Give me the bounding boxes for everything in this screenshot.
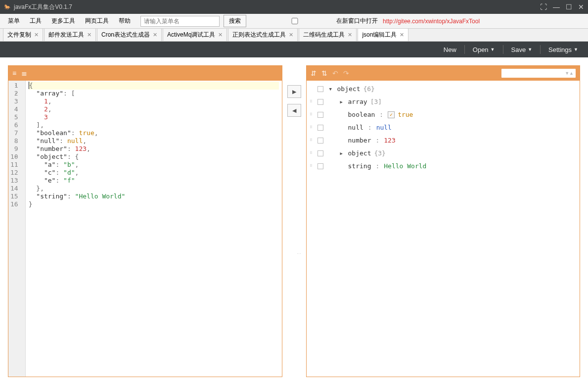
open-button[interactable]: Open▼: [468, 43, 500, 56]
code-line[interactable]: 1,: [29, 97, 279, 105]
expand-all-icon[interactable]: ⇵: [311, 69, 317, 77]
tree-key: string: [348, 161, 371, 171]
to-tree-button[interactable]: ▶: [287, 85, 301, 98]
code-line[interactable]: "c": "d",: [29, 169, 279, 177]
tab-0[interactable]: 文件复制✕: [3, 28, 43, 41]
tab-label: ActiveMq调试工具: [167, 31, 215, 39]
tab-close-icon[interactable]: ✕: [348, 32, 352, 38]
tree-key: object: [337, 84, 361, 94]
titlebar: 🐎 javaFx工具集合V0.1.7 ⛶ — ☐ ✕: [0, 0, 588, 14]
fold-icon[interactable]: ▾: [15, 153, 17, 161]
node-type-icon[interactable]: [317, 99, 323, 105]
expand-arrow-icon[interactable]: ▶: [340, 97, 345, 107]
drag-handle-icon[interactable]: ⠿: [310, 161, 315, 171]
code-line[interactable]: "e": "f": [29, 177, 279, 185]
menu-item-tools[interactable]: 工具: [26, 15, 45, 27]
code-line[interactable]: "null": null,: [29, 137, 279, 145]
collapse-all-icon[interactable]: ⇅: [321, 69, 327, 77]
maximize-icon[interactable]: ☐: [566, 3, 572, 11]
new-button[interactable]: New: [439, 43, 461, 56]
code-line[interactable]: "array": [: [29, 90, 279, 97]
code-line[interactable]: 3: [29, 113, 279, 121]
format-icon[interactable]: ≡: [12, 69, 16, 77]
tab-4[interactable]: 正则表达式生成工具✕: [228, 28, 298, 41]
code-editor-body[interactable]: 1▾2▾345678910▾111213141516 { "array": [ …: [8, 81, 282, 377]
tree-row[interactable]: ⠿string:Hello World: [310, 160, 577, 173]
code-line[interactable]: "boolean": true,: [29, 129, 279, 137]
code-line[interactable]: ],: [29, 121, 279, 129]
tree-row[interactable]: ⠿null:null: [310, 121, 577, 134]
tab-1[interactable]: 邮件发送工具✕: [44, 28, 96, 41]
undo-icon[interactable]: ↶: [332, 69, 338, 77]
node-type-icon[interactable]: [317, 150, 323, 156]
code-line[interactable]: }: [29, 200, 279, 208]
code-area[interactable]: { "array": [ 1, 2, 3 ], "boolean": true,…: [26, 81, 282, 377]
new-window-checkbox-input[interactable]: [255, 18, 334, 24]
tab-3[interactable]: ActiveMq调试工具✕: [163, 28, 227, 41]
tree-body[interactable]: ▼object {6}⠿▶array [3]⠿boolean:✓ true⠿nu…: [307, 81, 580, 377]
tab-label: 文件复制: [7, 31, 31, 39]
tab-close-icon[interactable]: ✕: [153, 32, 157, 38]
code-line[interactable]: "string": "Hello World": [29, 192, 279, 200]
node-type-icon[interactable]: [317, 163, 323, 169]
new-window-checkbox[interactable]: 在新窗口中打开: [251, 17, 378, 25]
tree-key: object: [348, 148, 371, 158]
tab-2[interactable]: Cron表达式生成器✕: [97, 28, 162, 41]
boolean-checkbox[interactable]: ✓: [388, 111, 395, 118]
tab-close-icon[interactable]: ✕: [289, 32, 293, 38]
expand-arrow-icon[interactable]: ▼: [329, 84, 334, 94]
tab-close-icon[interactable]: ✕: [218, 32, 223, 38]
code-line[interactable]: "a": "b",: [29, 161, 279, 169]
menu-item-web-tools[interactable]: 网页工具: [81, 15, 113, 27]
drag-handle-icon[interactable]: ⠿: [310, 136, 315, 145]
close-icon[interactable]: ✕: [578, 3, 584, 11]
code-line[interactable]: {: [29, 82, 279, 90]
minimize-icon[interactable]: —: [553, 3, 560, 11]
compact-icon[interactable]: ≣: [21, 69, 27, 77]
save-button[interactable]: Save▼: [506, 43, 538, 56]
node-type-icon[interactable]: [317, 138, 323, 144]
drag-handle-icon[interactable]: ⠿: [310, 123, 315, 133]
drag-handle-icon[interactable]: ⠿: [310, 97, 315, 107]
line-gutter: 1▾2▾345678910▾111213141516: [8, 81, 26, 377]
code-line[interactable]: },: [29, 185, 279, 192]
tab-5[interactable]: 二维码生成工具✕: [299, 28, 357, 41]
node-type-icon[interactable]: [317, 125, 323, 131]
fold-icon[interactable]: ▾: [15, 90, 17, 97]
code-line[interactable]: "object": {: [29, 153, 279, 161]
redo-icon[interactable]: ↷: [343, 69, 349, 77]
code-line[interactable]: "number": 123,: [29, 145, 279, 153]
tab-close-icon[interactable]: ✕: [87, 32, 91, 38]
menu-item-help[interactable]: 帮助: [115, 15, 135, 27]
resize-handle[interactable]: ⋮: [287, 251, 301, 256]
tree-row[interactable]: ⠿boolean:✓ true: [310, 108, 577, 121]
tab-6[interactable]: json编辑工具✕: [358, 28, 408, 41]
tab-close-icon[interactable]: ✕: [34, 32, 39, 38]
project-link[interactable]: http://gitee.com/xwintop/xJavaFxTool: [383, 18, 480, 25]
drag-handle-icon[interactable]: ⠿: [310, 110, 315, 120]
to-code-button[interactable]: ◀: [287, 104, 301, 117]
menu-search-input[interactable]: [140, 16, 220, 27]
workspace: ≡ ≣ 1▾2▾345678910▾111213141516 { "array"…: [0, 57, 588, 385]
drag-handle-icon[interactable]: ⠿: [310, 148, 315, 158]
tree-row[interactable]: ⠿▶object {3}: [310, 147, 577, 160]
expand-arrow-icon[interactable]: ▶: [340, 148, 345, 158]
expand-icon[interactable]: ⛶: [540, 3, 547, 11]
tree-value[interactable]: null: [376, 123, 392, 133]
tree-row[interactable]: ⠿number:123: [310, 134, 577, 147]
menu-item-menu[interactable]: 菜单: [4, 15, 24, 27]
tree-value[interactable]: true: [398, 110, 413, 120]
fold-icon[interactable]: ▾: [15, 82, 17, 90]
node-type-icon[interactable]: [317, 86, 323, 92]
node-type-icon[interactable]: [317, 112, 323, 118]
tab-close-icon[interactable]: ✕: [400, 32, 404, 38]
search-button[interactable]: 搜索: [224, 15, 246, 27]
menu-item-more-tools[interactable]: 更多工具: [47, 15, 79, 27]
search-dropdown-icon[interactable]: ▼▲: [565, 71, 574, 76]
tree-row[interactable]: ▼object {6}: [310, 83, 577, 96]
code-line[interactable]: 2,: [29, 105, 279, 113]
tree-value[interactable]: Hello World: [384, 161, 426, 171]
tree-value[interactable]: 123: [384, 136, 395, 145]
settings-button[interactable]: Settings▼: [543, 43, 583, 56]
tree-row[interactable]: ⠿▶array [3]: [310, 96, 577, 108]
